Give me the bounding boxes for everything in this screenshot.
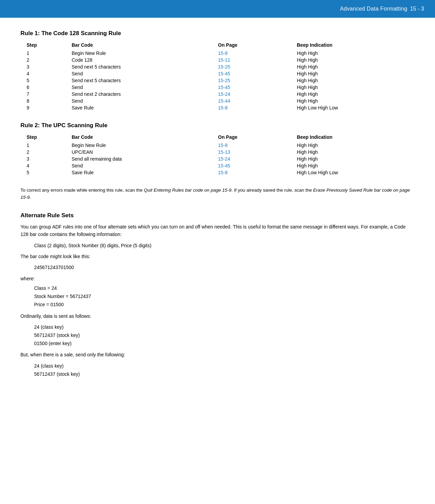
correction-italic1: Quit Entering Rules bar code on page 15-… <box>144 188 232 193</box>
rule1-col-step: Step <box>24 42 69 50</box>
rule1-onpage-5: 15-45 <box>215 84 294 91</box>
rule1-barcode-3: Send <box>69 70 215 77</box>
rule1-beep-2: High High <box>294 63 418 70</box>
rule2-onpage-3: 15-45 <box>215 162 294 169</box>
rule1-col-barcode: Bar Code <box>69 42 215 50</box>
rule2-table-row: 2 UPC/EAN 15-13 High High <box>24 149 418 155</box>
rule1-beep-5: High High <box>294 84 418 91</box>
rule2-col-onpage: On Page <box>215 134 294 142</box>
rule2-onpage-2: 15-24 <box>215 155 294 162</box>
where-class: Class = 24 <box>34 284 415 293</box>
rule1-beep-1: High High <box>294 57 418 63</box>
rule1-onpage-1: 15-11 <box>215 57 294 63</box>
rule1-section: Rule 1: The Code 128 Scanning Rule Step … <box>20 30 415 111</box>
rule1-step-4: 5 <box>24 77 69 84</box>
header-page: 15 - 3 <box>410 6 424 12</box>
rule2-beep-1: High High <box>294 149 418 155</box>
rule2-col-step: Step <box>24 134 69 142</box>
rule1-table-row: 7 Send next 2 characters 15-24 High High <box>24 91 418 98</box>
rule1-onpage-2: 15-25 <box>215 63 294 70</box>
rule1-onpage-4: 15-25 <box>215 77 294 84</box>
rule2-barcode-1: UPC/EAN <box>69 149 215 155</box>
rule1-beep-4: High High <box>294 77 418 84</box>
rule2-col-beep: Beep Indication <box>294 134 418 142</box>
sale-item-1: 56712437 (stock key) <box>34 370 415 379</box>
header-bar: Advanced Data Formatting 15 - 3 <box>0 0 435 18</box>
alternate-section: Alternate Rule Sets You can group ADF ru… <box>20 212 415 379</box>
rule1-barcode-8: Save Rule <box>69 104 215 111</box>
rule2-header-row: Step Bar Code On Page Beep Indication <box>24 134 418 142</box>
rule1-barcode-6: Send next 2 characters <box>69 91 215 98</box>
alternate-title: Alternate Rule Sets <box>20 212 415 219</box>
rule2-table-row: 1 Begin New Rule 15-8 High High <box>24 142 418 149</box>
rule1-beep-3: High High <box>294 70 418 77</box>
rule2-onpage-4: 15-8 <box>215 169 294 176</box>
rule2-step-0: 1 <box>24 142 69 149</box>
example-class-indent: Class (2 digits), Stock Number (8) digit… <box>34 242 415 249</box>
rule1-barcode-2: Send next 5 characters <box>69 63 215 70</box>
rule1-table-row: 5 Send next 5 characters 15-25 High High <box>24 77 418 84</box>
rule1-barcode-0: Begin New Rule <box>69 50 215 57</box>
rule2-table-row: 4 Send 15-45 High High <box>24 162 418 169</box>
ordinary-item-2: 01500 (enter key) <box>34 340 415 348</box>
rule2-beep-2: High High <box>294 155 418 162</box>
rule1-onpage-3: 15-45 <box>215 70 294 77</box>
rule1-beep-7: High High <box>294 98 418 104</box>
rule1-onpage-6: 15-24 <box>215 91 294 98</box>
where-price: Price = 01500 <box>34 301 415 309</box>
ordinary-item-0: 24 (class key) <box>34 323 415 331</box>
rule1-barcode-4: Send next 5 characters <box>69 77 215 84</box>
ordinary-item-1: 56712437 (stock key) <box>34 331 415 340</box>
rule1-step-8: 9 <box>24 104 69 111</box>
rule1-col-beep: Beep Indication <box>294 42 418 50</box>
header-title: Advanced Data Formatting <box>340 6 408 12</box>
rule1-step-5: 6 <box>24 84 69 91</box>
rule1-table-row: 4 Send 15-45 High High <box>24 70 418 77</box>
rule2-table: Step Bar Code On Page Beep Indication 1 … <box>24 134 418 176</box>
rule1-step-7: 8 <box>24 98 69 104</box>
alternate-para1: You can group ADF rules into one of four… <box>20 223 415 238</box>
rule1-step-0: 1 <box>24 50 69 57</box>
content-area: Rule 1: The Code 128 Scanning Rule Step … <box>0 18 435 395</box>
rule1-title: Rule 1: The Code 128 Scanning Rule <box>20 30 415 37</box>
rule1-step-2: 3 <box>24 63 69 70</box>
rule2-barcode-2: Send all remaining data <box>69 155 215 162</box>
rule1-table-row: 6 Send 15-45 High High <box>24 84 418 91</box>
sale-block: 24 (class key) 56712437 (stock key) <box>34 362 415 379</box>
rule1-step-6: 7 <box>24 91 69 98</box>
rule2-beep-0: High High <box>294 142 418 149</box>
rule2-barcode-0: Begin New Rule <box>69 142 215 149</box>
rule1-step-1: 2 <box>24 57 69 63</box>
rule1-header-row: Step Bar Code On Page Beep Indication <box>24 42 418 50</box>
rule2-step-3: 4 <box>24 162 69 169</box>
rule2-section: Rule 2: The UPC Scanning Rule Step Bar C… <box>20 122 415 176</box>
sale-item-0: 24 (class key) <box>34 362 415 370</box>
rule2-col-barcode: Bar Code <box>69 134 215 142</box>
rule1-barcode-1: Code 128 <box>69 57 215 63</box>
rule1-beep-8: High Low High Low <box>294 104 418 111</box>
rule2-onpage-1: 15-13 <box>215 149 294 155</box>
rule2-step-4: 5 <box>24 169 69 176</box>
rule2-table-row: 3 Send all remaining data 15-24 High Hig… <box>24 155 418 162</box>
ordinary-label: Ordinarily, data is sent as follows: <box>20 312 415 320</box>
rule1-step-3: 4 <box>24 70 69 77</box>
rule1-table-row: 3 Send next 5 characters 15-25 High High <box>24 63 418 70</box>
rule1-table-row: 8 Send 15-44 High High <box>24 98 418 104</box>
rule1-col-onpage: On Page <box>215 42 294 50</box>
rule1-table-row: 1 Begin New Rule 15-8 High High <box>24 50 418 57</box>
where-block: Class = 24 Stock Number = 56712437 Price… <box>34 284 415 309</box>
barcode-example-indent: 245671243701500 <box>34 264 415 271</box>
rule1-onpage-0: 15-8 <box>215 50 294 57</box>
rule1-beep-6: High High <box>294 91 418 98</box>
ordinary-block: 24 (class key) 56712437 (stock key) 0150… <box>34 323 415 347</box>
rule1-onpage-8: 15-8 <box>215 104 294 111</box>
rule1-barcode-7: Send <box>69 98 215 104</box>
rule2-title: Rule 2: The UPC Scanning Rule <box>20 122 415 129</box>
rule1-table-row: 9 Save Rule 15-8 High Low High Low <box>24 104 418 111</box>
rule2-step-1: 2 <box>24 149 69 155</box>
rule2-onpage-0: 15-8 <box>215 142 294 149</box>
rule2-barcode-3: Send <box>69 162 215 169</box>
rule1-beep-0: High High <box>294 50 418 57</box>
rule1-table: Step Bar Code On Page Beep Indication 1 … <box>24 42 418 111</box>
rule1-barcode-5: Send <box>69 84 215 91</box>
